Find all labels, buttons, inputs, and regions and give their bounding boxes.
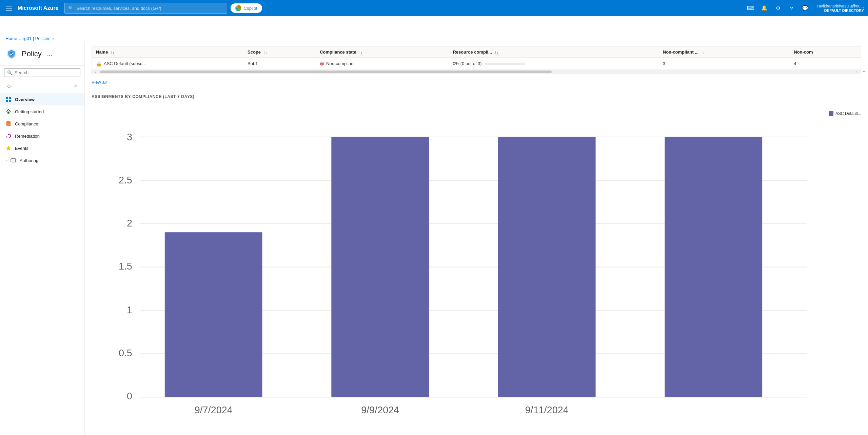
cell-name: 🔒 ASC Default (subsc... [92,58,243,70]
global-search[interactable]: 🔍 [64,3,227,14]
legend-color-asc [829,111,833,116]
horizontal-scrollbar[interactable] [100,70,853,74]
col-compliance-state[interactable]: Compliance state ↑↓ [316,47,449,58]
sidebar-item-remediation[interactable]: Remediation [0,130,84,142]
sidebar-item-events-label: Events [15,146,28,151]
scope-sort-icon[interactable]: ↑↓ [263,50,267,54]
page-header: Policy ... [0,44,84,66]
breadcrumb-home[interactable]: Home [5,36,17,41]
help-icon-button[interactable]: ? [785,2,797,14]
svg-rect-3 [9,97,11,99]
col-non-com[interactable]: Non-com [790,47,861,58]
user-name: ravikiransrinivasulu@ou... [817,4,864,8]
compliance-state-sort-icon[interactable]: ↑↓ [359,50,362,54]
resource-compliance-bar [485,63,525,65]
svg-text:9/9/2024: 9/9/2024 [361,404,399,413]
col-name[interactable]: Name ↑↓ [92,47,243,58]
page-container: Policy ... 🔍 ◇ « Overview [0,41,868,435]
authoring-icon [10,157,16,163]
nav-icon-group: ⌨ 🔔 ⚙ ? 💬 [745,2,811,14]
bar-3 [498,137,596,397]
compliance-error-icon: ⊗ [320,60,324,67]
collapse-icon-button[interactable]: « [71,81,80,91]
chart-title: ASSIGNMENTS BY COMPLIANCE (LAST 7 DAYS) [92,94,861,99]
col-non-compliant[interactable]: Non-compliant ... ↑↓ [659,47,790,58]
sidebar-item-authoring[interactable]: › Authoring [0,154,84,166]
svg-text:3: 3 [127,132,132,142]
sidebar-navigation: Overview Getting started Compliance [0,93,84,166]
chart-section: ASSIGNMENTS BY COMPLIANCE (LAST 7 DAYS) [92,94,861,413]
sidebar-item-events[interactable]: Events [0,142,84,154]
sidebar-search-icon: 🔍 [7,70,13,75]
non-compliant-sort-icon[interactable]: ↑↓ [701,50,705,54]
bar-4 [665,137,762,397]
user-directory: DEFAULT DIRECTORY [824,8,864,13]
events-icon [5,145,12,151]
sidebar-search-container[interactable]: 🔍 [4,68,80,77]
policy-assignments-table: Name ↑↓ Scope ↑↓ Compliance state ↑↓ R [92,46,861,74]
search-input[interactable] [76,6,223,11]
resource-compliance-sort-icon[interactable]: ↑↓ [495,50,498,54]
col-scope[interactable]: Scope ↑↓ [243,47,316,58]
col-resource-compliance[interactable]: Resource compli... ↑↓ [449,47,658,58]
scroll-right-button[interactable]: › [853,70,861,74]
breadcrumb-separator-1: › [19,36,21,41]
cell-scope: Sub1 [243,58,316,70]
copilot-button[interactable]: Copilot [231,3,262,13]
cell-non-com: 4 [790,58,861,70]
authoring-chevron-icon: › [5,158,7,162]
policy-name: ASC Default (subsc... [104,61,146,66]
table-scrollbar-row: ‹ › [92,70,861,74]
bar-chart-wrapper: 3 2.5 2 1.5 1 0.5 0 [92,104,823,413]
sidebar-item-compliance[interactable]: Compliance [0,118,84,130]
breadcrumb-policies[interactable]: rg01 | Policies [23,36,50,41]
feedback-icon-button[interactable]: 💬 [799,2,811,14]
svg-rect-7 [6,121,11,126]
bar-chart-svg: 3 2.5 2 1.5 1 0.5 0 [92,104,823,413]
bar-1 [165,232,262,397]
compliance-state-text: Non-compliant [326,61,355,66]
hamburger-menu[interactable] [4,4,14,13]
svg-text:1.5: 1.5 [119,261,132,272]
table-row[interactable]: 🔒 ASC Default (subsc... Sub1 ⊗ Non-compl… [92,58,861,70]
remediation-icon [5,133,12,139]
svg-rect-6 [7,112,9,114]
name-sort-icon[interactable]: ↑↓ [111,50,114,54]
svg-text:0: 0 [127,391,132,401]
chart-area: 3 2.5 2 1.5 1 0.5 0 [92,104,861,413]
legend-item-asc: ASC Default... [829,111,861,116]
cell-compliance-state: ⊗ Non-compliant [316,58,449,70]
breadcrumb-separator-2: › [52,36,54,41]
copilot-label: Copilot [243,6,257,11]
top-navigation: Microsoft Azure 🔍 Copilot ⌨ 🔔 ⚙ ? 💬 ravi… [0,0,868,16]
getting-started-icon [5,108,12,115]
scroll-left-button[interactable]: ‹ [92,70,100,74]
svg-text:1: 1 [127,304,132,315]
filter-icon-button[interactable]: ◇ [4,81,14,91]
terminal-icon-button[interactable]: ⌨ [745,2,757,14]
sidebar-item-getting-started-label: Getting started [15,109,44,114]
view-all-link[interactable]: View all [92,80,107,85]
cell-non-compliant: 3 [659,58,790,70]
legend-label-asc: ASC Default... [835,111,861,116]
notifications-icon-button[interactable]: 🔔 [758,2,770,14]
page-more-options[interactable]: ... [47,51,52,58]
svg-text:9/11/2024: 9/11/2024 [525,404,569,413]
svg-marker-8 [6,146,11,151]
settings-icon-button[interactable]: ⚙ [772,2,784,14]
sidebar: Policy ... 🔍 ◇ « Overview [0,41,85,435]
sidebar-item-authoring-label: Authoring [20,158,39,163]
user-profile[interactable]: ravikiransrinivasulu@ou... DEFAULT DIREC… [817,4,864,13]
svg-text:2: 2 [127,218,132,229]
sidebar-item-getting-started[interactable]: Getting started [0,105,84,118]
svg-rect-4 [6,100,8,102]
overview-icon [5,96,12,102]
breadcrumb: Home › rg01 | Policies › [0,16,868,41]
svg-text:0.5: 0.5 [119,348,132,358]
sidebar-item-overview[interactable]: Overview [0,93,84,105]
cell-resource-compliance: 0% (0 out of 3) [449,58,658,70]
copilot-icon [235,5,241,11]
azure-logo: Microsoft Azure [18,5,58,11]
collapse-panel-button[interactable]: › [860,68,868,75]
sidebar-search-input[interactable] [15,70,77,75]
